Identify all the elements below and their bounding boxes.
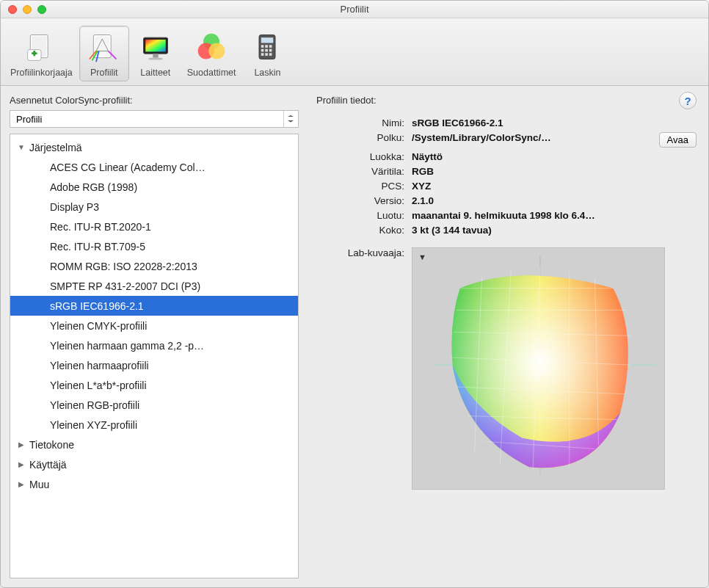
label-lab: Lab-kuvaaja: [316,247,404,490]
svg-rect-10 [153,54,158,58]
toolbar: Profiilinkorjaaja Profiilit [1,18,708,86]
value-version: 2.1.0 [412,195,652,206]
lab-disclosure-icon[interactable]: ▼ [418,253,426,261]
right-pane: ? Profiilin tiedot: Nimi: sRGB IEC61966-… [299,86,708,587]
tree-item-label: Adobe RGB (1998) [50,181,137,193]
tree-item[interactable]: Yleinen harmaan gamma 2,2 -p… [10,335,298,355]
svg-rect-16 [261,37,274,43]
tree-item-label: Rec. ITU-R BT.709-5 [50,241,145,253]
profile-tree[interactable]: ▼JärjestelmäACES CG Linear (Academy Col…… [10,134,299,578]
tree-item[interactable]: Rec. ITU-R BT.2020-1 [10,217,298,236]
tree-item-label: Display P3 [50,201,99,213]
svg-rect-20 [261,48,264,51]
label-class: Luokka: [316,151,404,162]
lab-section: Lab-kuvaaja: ▼ [316,247,697,490]
svg-rect-19 [269,45,272,48]
svg-marker-27 [288,120,294,123]
tree-item[interactable]: Display P3 [10,197,298,217]
toolbar-item-laskin[interactable]: Laskin [242,26,292,81]
value-created: maanantai 9. helmikuuta 1998 klo 6.4… [412,210,652,221]
toolbar-item-profiilinkorjaaja[interactable]: Profiilinkorjaaja [5,26,78,81]
tree-item-label: Yleinen L*a*b*-profiili [50,380,147,391]
svg-rect-18 [266,45,269,48]
tree-group[interactable]: ▼Järjestelmä [10,137,298,157]
label-space: Väritila: [316,166,404,177]
tree-group-label: Järjestelmä [29,142,82,153]
firstaid-icon [23,29,59,65]
left-pane: Asennetut ColorSync-profiilit: Profiili … [1,86,299,587]
tree-item-label: SMPTE RP 431-2-2007 DCI (P3) [50,280,200,292]
tree-item-label: ROMM RGB: ISO 22028-2:2013 [50,261,197,272]
toolbar-label: Laitteet [140,68,170,78]
tree-group-label: Muu [29,479,49,490]
tree-item-label: ACES CG Linear (Academy Col… [50,161,206,173]
value-path: /System/Library/ColorSync/… [412,132,652,143]
tree-group[interactable]: ▶Käyttäjä [10,454,298,474]
tree-item[interactable]: Rec. ITU-R BT.709-5 [10,236,298,256]
value-pcs: XYZ [412,181,652,192]
svg-rect-25 [269,53,272,56]
profile-info-table: Nimi: sRGB IEC61966-2.1 Polku: /System/L… [316,117,697,236]
toolbar-item-profiilit[interactable]: Profiilit [79,26,129,81]
tree-item[interactable]: Yleinen XYZ-profiili [10,415,298,435]
tree-item-label: Yleinen CMYK-profiili [50,320,147,332]
label-size: Koko: [316,225,404,236]
tree-group[interactable]: ▶Muu [10,474,298,494]
svg-rect-17 [261,45,264,48]
tree-item[interactable]: Yleinen L*a*b*-profiili [10,375,298,395]
tree-item[interactable]: Yleinen RGB-profiili [10,395,298,415]
label-version: Versio: [316,195,404,206]
help-icon: ? [684,95,691,107]
disclosure-closed-icon[interactable]: ▶ [16,480,26,488]
titlebar: Profiilit [1,1,708,18]
value-size: 3 kt (3 144 tavua) [412,225,652,236]
open-button[interactable]: Avaa [659,132,697,148]
toolbar-label: Suodattimet [187,68,236,78]
value-space: RGB [412,166,652,177]
dropdown-label: Profiili [16,114,42,125]
chevron-down-icon [283,111,297,127]
monitor-icon [138,29,173,65]
tree-item[interactable]: Yleinen harmaaprofiili [10,355,298,375]
label-pcs: PCS: [316,181,404,192]
value-name: sRGB IEC61966-2.1 [412,117,652,128]
circles-icon [194,29,229,65]
svg-rect-22 [269,48,272,51]
svg-rect-24 [266,53,269,56]
svg-point-14 [208,43,225,59]
disclosure-open-icon[interactable]: ▼ [16,143,26,151]
disclosure-closed-icon[interactable]: ▶ [16,440,26,449]
svg-rect-9 [145,39,166,51]
disclosure-closed-icon[interactable]: ▶ [16,460,26,468]
label-created: Luotu: [316,210,404,221]
svg-rect-4 [34,51,36,56]
toolbar-item-laitteet[interactable]: Laitteet [131,26,181,81]
toolbar-label: Profiilit [90,68,118,78]
svg-marker-26 [288,115,294,117]
profile-info-heading: Profiilin tiedot: [316,95,697,106]
label-path: Polku: [316,132,404,143]
window: Profiilit Profiilinkorjaaja [0,0,709,588]
tree-item[interactable]: ROMM RGB: ISO 22028-2:2013 [10,256,298,276]
toolbar-label: Laskin [254,68,280,78]
svg-rect-11 [149,57,162,59]
tree-item[interactable]: Yleinen CMYK-profiili [10,316,298,335]
tree-item[interactable]: ACES CG Linear (Academy Col… [10,157,298,177]
tree-item-label: Yleinen harmaan gamma 2,2 -p… [50,340,204,352]
tree-group[interactable]: ▶Tietokone [10,435,298,454]
toolbar-item-suodattimet[interactable]: Suodattimet [182,26,241,81]
tree-item-label: Yleinen XYZ-profiili [50,419,137,431]
lab-plot[interactable]: ▼ [412,247,665,490]
tree-item-label: sRGB IEC61966-2.1 [50,300,144,312]
profile-column-dropdown[interactable]: Profiili [10,110,299,128]
tree-item[interactable]: SMPTE RP 431-2-2007 DCI (P3) [10,276,298,296]
help-button[interactable]: ? [679,92,697,109]
label-name: Nimi: [316,117,404,128]
installed-profiles-heading: Asennetut ColorSync-profiilit: [10,95,299,106]
tree-item[interactable]: sRGB IEC61966-2.1 [10,296,298,316]
tree-item[interactable]: Adobe RGB (1998) [10,177,298,197]
toolbar-label: Profiilinkorjaaja [10,68,73,78]
tree-item-label: Rec. ITU-R BT.2020-1 [50,221,151,233]
value-class: Näyttö [412,151,652,162]
tree-item-label: Yleinen RGB-profiili [50,399,139,411]
